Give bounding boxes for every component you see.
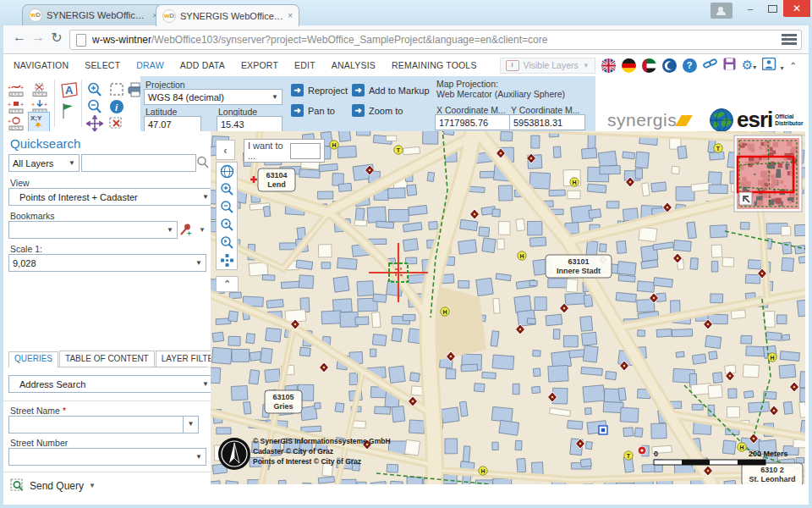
flag-tool-icon[interactable] bbox=[59, 102, 76, 119]
back-icon[interactable]: ← bbox=[10, 30, 29, 45]
clear-selection-icon[interactable] bbox=[108, 115, 125, 132]
collapse-ribbon-icon[interactable]: ⌃ bbox=[790, 61, 797, 70]
latitude-input[interactable]: 47.07 bbox=[144, 116, 201, 132]
tab-close-icon[interactable]: × bbox=[288, 11, 293, 20]
text-annotation-icon[interactable]: A bbox=[59, 81, 80, 98]
street-name-input[interactable] bbox=[8, 416, 190, 433]
street-number-select[interactable]: ▼ bbox=[8, 448, 206, 466]
poi-badge-marker: H bbox=[570, 178, 579, 186]
esri-globe-icon bbox=[709, 108, 734, 133]
svg-text:Innere Stadt: Innere Stadt bbox=[557, 267, 601, 275]
arrow-right-icon: ➜ bbox=[291, 104, 304, 117]
street-number-label: Street Number bbox=[10, 438, 68, 448]
language-german-icon[interactable] bbox=[622, 58, 636, 73]
view-select[interactable]: Points of Interest + Cadaster▼ bbox=[8, 188, 213, 206]
xy-coordinates-tool-selected[interactable]: X;Y bbox=[28, 112, 50, 132]
query-type-select[interactable]: Address Search▼ bbox=[8, 375, 213, 393]
visible-layers-control[interactable]: i Visible Layers ▼ bbox=[500, 58, 595, 74]
url-input[interactable]: w-ws-wintner/WebOffice103/synserver?proj… bbox=[69, 30, 802, 50]
menu-add-data[interactable]: ADD DATA bbox=[180, 60, 225, 70]
zoom-in-tool-icon[interactable] bbox=[86, 81, 103, 98]
menu-navigation[interactable]: NAVIGATION bbox=[14, 60, 69, 70]
forward-icon[interactable]: → bbox=[29, 30, 47, 45]
projection-select[interactable]: WGS 84 (decimal)▼ bbox=[144, 89, 283, 105]
overview-collapse-button[interactable] bbox=[739, 192, 752, 205]
measure-polygon-icon[interactable] bbox=[31, 81, 48, 98]
add-bookmark-pin-icon[interactable]: + bbox=[178, 222, 193, 240]
crescent-language-icon[interactable] bbox=[662, 58, 677, 73]
close-button[interactable]: ✕ bbox=[783, 0, 810, 17]
svg-text:T: T bbox=[397, 147, 401, 153]
i-want-to-box[interactable]: I want to ... bbox=[244, 139, 325, 163]
map-canvas[interactable]: HTHHHTHHTH 63104 Lend 63101 Innere Stadt… bbox=[211, 131, 805, 484]
street-name-dropdown-button[interactable]: ▼ bbox=[183, 416, 199, 433]
measure-rectangle-icon[interactable]: ++ bbox=[8, 98, 25, 115]
measure-circle-icon[interactable]: + bbox=[8, 115, 25, 132]
svg-text:T: T bbox=[627, 453, 631, 459]
chrome-profile-button[interactable] bbox=[710, 3, 732, 19]
reload-icon[interactable]: ↻ bbox=[47, 30, 66, 46]
map-zoom-out-icon[interactable] bbox=[217, 198, 237, 216]
overview-map[interactable] bbox=[734, 135, 802, 212]
menu-export[interactable]: EXPORT bbox=[241, 60, 278, 70]
save-icon[interactable] bbox=[723, 58, 736, 74]
chevron-down-icon: ▼ bbox=[583, 62, 590, 69]
search-icon[interactable] bbox=[196, 156, 209, 172]
settings-gear-icon[interactable]: ⚙▾ bbox=[742, 58, 756, 73]
collapse-sidebar-button[interactable]: ‹ bbox=[216, 140, 235, 160]
language-english-icon[interactable] bbox=[601, 58, 616, 73]
north-arrow bbox=[218, 438, 250, 470]
reproject-button[interactable]: ➜Reproject bbox=[291, 84, 348, 97]
scale-select[interactable]: 9,028▼ bbox=[8, 254, 206, 272]
identify-info-icon[interactable]: i bbox=[108, 98, 125, 115]
add-to-markup-button[interactable]: ➜Add to Markup bbox=[352, 84, 430, 97]
pan-to-button[interactable]: ➜Pan to bbox=[291, 104, 335, 117]
x-coordinate-input[interactable]: 1717985.76 bbox=[435, 114, 511, 130]
locate-icon[interactable] bbox=[217, 251, 237, 269]
xy-tool-glyph: X;Y bbox=[30, 114, 42, 122]
help-icon[interactable]: ? bbox=[683, 58, 697, 73]
bookmarks-select[interactable]: ▼ bbox=[8, 221, 178, 239]
browser-tab-admin[interactable]: wD SYNERGIS WebOffice Adm × bbox=[22, 4, 164, 25]
maximize-button[interactable] bbox=[761, 0, 783, 17]
minimize-button[interactable]: – bbox=[739, 0, 761, 17]
browser-tab-weboffice[interactable]: wD SYNERGIS WebOffice Wel × bbox=[156, 4, 299, 26]
link-icon[interactable] bbox=[703, 58, 717, 74]
poi-diamond-marker bbox=[770, 406, 779, 416]
next-extent-icon[interactable] bbox=[217, 234, 237, 251]
chrome-menu-icon[interactable] bbox=[782, 34, 797, 47]
previous-extent-icon[interactable] bbox=[217, 216, 237, 234]
user-profile-icon[interactable]: ▾ bbox=[762, 58, 783, 74]
longitude-input[interactable]: 15.43 bbox=[217, 116, 283, 132]
quicksearch-layer-select[interactable]: All Layers▼ bbox=[8, 154, 80, 172]
menu-draw[interactable]: DRAW bbox=[136, 60, 164, 70]
bookmark-menu-caret[interactable]: ▼ bbox=[199, 226, 206, 234]
poi-badge-marker: H bbox=[738, 443, 746, 451]
map-zoom-in-icon[interactable] bbox=[217, 180, 237, 198]
zoom-out-tool-icon[interactable] bbox=[86, 98, 103, 115]
menu-edit[interactable]: EDIT bbox=[294, 60, 315, 70]
send-query-button[interactable]: Send Query ▼ bbox=[10, 478, 96, 493]
window-frame-bottom bbox=[0, 505, 812, 508]
svg-text:+: + bbox=[20, 85, 24, 91]
menu-select[interactable]: SELECT bbox=[85, 60, 120, 70]
i-want-to-input[interactable] bbox=[290, 143, 321, 159]
pan-tool-icon[interactable] bbox=[86, 115, 103, 132]
measure-freehand-icon[interactable]: ++ bbox=[8, 81, 25, 98]
zoom-to-button[interactable]: ➜Zoom to bbox=[352, 104, 403, 117]
menu-analysis[interactable]: ANALYSIS bbox=[332, 60, 376, 70]
weboffice-page: NAVIGATION SELECT DRAW ADD DATA EXPORT E… bbox=[3, 54, 809, 505]
weboffice-favicon: wD bbox=[162, 9, 176, 23]
language-arabic-icon[interactable] bbox=[642, 58, 656, 73]
menu-remaining-tools[interactable]: REMAINING TOOLS bbox=[392, 60, 477, 70]
tab-queries[interactable]: QUERIES bbox=[8, 351, 58, 367]
select-rectangle-icon[interactable] bbox=[108, 81, 125, 98]
y-coordinate-input[interactable]: 5953818.31 bbox=[509, 114, 585, 130]
full-extent-globe-icon[interactable] bbox=[217, 163, 237, 180]
tab-table-of-content[interactable]: TABLE OF CONTENT bbox=[59, 351, 155, 367]
svg-text:Lend: Lend bbox=[267, 180, 286, 189]
quicksearch-input[interactable] bbox=[81, 154, 196, 172]
tab-title: SYNERGIS WebOffice Wel bbox=[180, 11, 283, 21]
collapse-map-tools-button[interactable]: ⌃ bbox=[216, 276, 239, 292]
send-query-caret[interactable]: ▼ bbox=[89, 482, 96, 489]
